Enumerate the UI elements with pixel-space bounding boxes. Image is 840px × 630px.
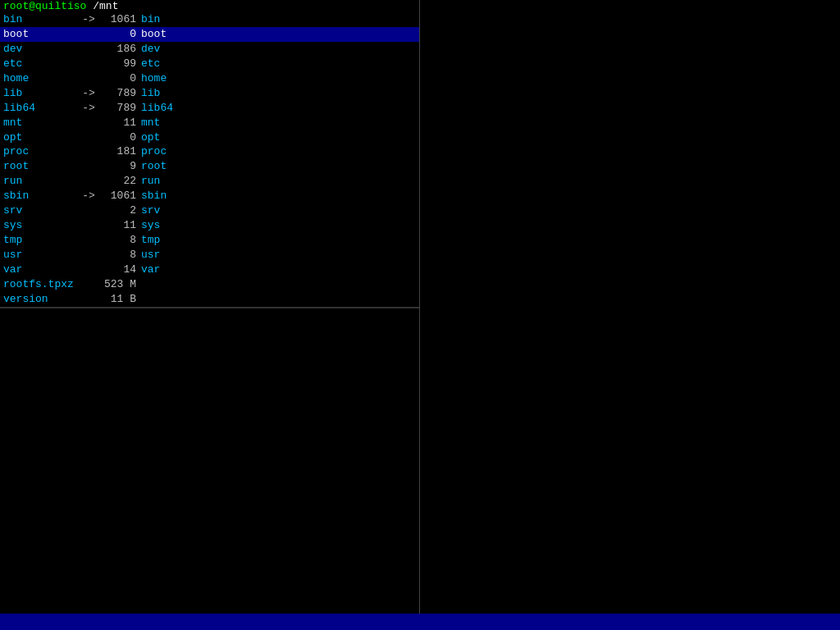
title-bar: root@quiltiso /mnt xyxy=(0,0,419,12)
file-row[interactable]: mnt11 mnt xyxy=(0,116,419,130)
file-target: tmp xyxy=(141,233,160,248)
file-size: 181 xyxy=(100,144,141,159)
file-size: 11 xyxy=(100,218,141,233)
file-arrow xyxy=(77,159,100,174)
file-row[interactable]: srv2 srv xyxy=(0,203,419,218)
file-arrow xyxy=(77,262,100,277)
file-arrow xyxy=(77,174,100,189)
main-area: root@quiltiso /mnt bin->1061 binboot0 bo… xyxy=(0,0,840,614)
file-size: 8 xyxy=(100,248,141,262)
file-name: var xyxy=(3,262,77,277)
file-size: 1061 xyxy=(100,12,141,27)
file-list: bin->1061 binboot0 bootdev186 devetc99 e… xyxy=(0,12,419,307)
file-arrow: -> xyxy=(77,189,100,203)
file-size: 186 xyxy=(100,42,141,57)
file-row[interactable]: home0 home xyxy=(0,71,419,86)
file-row[interactable]: sys11 sys xyxy=(0,218,419,233)
file-arrow xyxy=(77,130,100,145)
file-target: proc xyxy=(141,144,167,159)
file-arrow xyxy=(77,203,100,218)
file-row[interactable]: version11 B xyxy=(0,292,419,307)
file-name: usr xyxy=(3,248,77,262)
file-size: 14 xyxy=(100,262,141,277)
file-name: proc xyxy=(3,144,77,159)
file-size: 0 xyxy=(100,130,141,145)
file-target: sys xyxy=(141,218,160,233)
file-name: srv xyxy=(3,203,77,218)
file-target: lib xyxy=(141,86,160,101)
file-row[interactable]: bin->1061 bin xyxy=(0,12,419,27)
file-name: lib64 xyxy=(3,101,77,116)
file-row[interactable]: run22 run xyxy=(0,174,419,189)
file-arrow xyxy=(77,71,100,86)
bottom-bar xyxy=(0,614,840,630)
file-arrow xyxy=(77,144,100,159)
file-row[interactable]: var14 var xyxy=(0,262,419,277)
file-target: boot xyxy=(141,27,167,42)
right-pane[interactable] xyxy=(420,0,840,614)
file-arrow: -> xyxy=(77,12,100,27)
file-name: sbin xyxy=(3,189,77,203)
file-row[interactable]: tmp8 tmp xyxy=(0,233,419,248)
file-name: lib xyxy=(3,86,77,101)
file-size: 22 xyxy=(100,174,141,189)
file-row[interactable]: root9 root xyxy=(0,159,419,174)
file-row[interactable]: dev186 dev xyxy=(0,42,419,57)
file-arrow xyxy=(77,218,100,233)
file-row[interactable]: opt0 opt xyxy=(0,130,419,145)
file-target: etc xyxy=(141,57,160,71)
file-row[interactable]: boot0 boot xyxy=(0,27,419,42)
file-name: bin xyxy=(3,12,77,27)
file-row[interactable]: usr8 usr xyxy=(0,248,419,262)
file-target: home xyxy=(141,71,167,86)
file-name: home xyxy=(3,71,77,86)
file-target: bin xyxy=(141,12,160,27)
file-name: sys xyxy=(3,218,77,233)
file-name: rootfs.tpxz xyxy=(3,277,77,292)
file-arrow xyxy=(77,248,100,262)
file-row[interactable]: etc99 etc xyxy=(0,57,419,71)
file-size: 1061 xyxy=(100,189,141,203)
file-name: boot xyxy=(3,27,77,42)
file-arrow xyxy=(77,42,100,57)
file-name: etc xyxy=(3,57,77,71)
file-row[interactable]: lib64->789 lib64 xyxy=(0,101,419,116)
file-name: run xyxy=(3,174,77,189)
file-target: run xyxy=(141,174,160,189)
file-size: 523 M xyxy=(100,277,141,292)
terminal-area[interactable] xyxy=(0,308,419,614)
prompt-label: root@quiltiso xyxy=(3,0,86,12)
file-size: 0 xyxy=(100,71,141,86)
file-arrow xyxy=(77,233,100,248)
file-size: 11 xyxy=(100,116,141,130)
file-name: root xyxy=(3,159,77,174)
file-arrow xyxy=(77,292,100,307)
file-name: mnt xyxy=(3,116,77,130)
file-arrow xyxy=(77,116,100,130)
file-target: sbin xyxy=(141,189,167,203)
file-target: var xyxy=(141,262,160,277)
file-row[interactable]: proc181 proc xyxy=(0,144,419,159)
file-row[interactable]: sbin->1061 sbin xyxy=(0,189,419,203)
file-target: root xyxy=(141,159,167,174)
file-target: mnt xyxy=(141,116,160,130)
file-size: 0 xyxy=(100,27,141,42)
file-size: 789 xyxy=(100,101,141,116)
file-arrow xyxy=(77,27,100,42)
file-name: dev xyxy=(3,42,77,57)
file-size: 789 xyxy=(100,86,141,101)
left-pane: root@quiltiso /mnt bin->1061 binboot0 bo… xyxy=(0,0,420,614)
file-arrow xyxy=(77,277,100,292)
file-size: 8 xyxy=(100,233,141,248)
file-row[interactable]: rootfs.tpxz523 M xyxy=(0,277,419,292)
main-container: root@quiltiso /mnt bin->1061 binboot0 bo… xyxy=(0,0,840,630)
file-arrow: -> xyxy=(77,101,100,116)
file-name: tmp xyxy=(3,233,77,248)
file-name: opt xyxy=(3,130,77,145)
file-target: lib64 xyxy=(141,101,173,116)
file-row[interactable]: lib->789 lib xyxy=(0,86,419,101)
file-name: version xyxy=(3,292,77,307)
path-label: /mnt xyxy=(86,0,118,12)
file-size: 11 B xyxy=(100,292,141,307)
file-target: dev xyxy=(141,42,160,57)
